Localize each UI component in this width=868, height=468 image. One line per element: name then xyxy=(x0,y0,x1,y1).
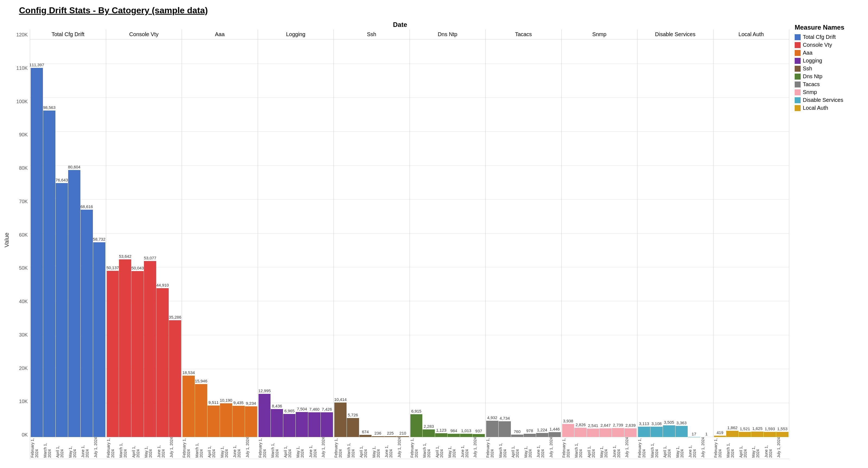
bar: 3,938 xyxy=(562,424,575,437)
bars-row: 4,9324,7347609781,2241,446 xyxy=(486,39,561,437)
bar: 2,647 xyxy=(599,428,612,437)
legend-label: Local Auth xyxy=(803,105,828,111)
bar: 4,734 xyxy=(499,421,511,437)
bar-wrapper: 210 xyxy=(397,39,409,437)
bar: 1,862 xyxy=(726,431,739,437)
x-label: April 1, 2024 xyxy=(131,437,144,459)
bar-value: 5,726 xyxy=(348,413,358,417)
bar-value: 3,113 xyxy=(639,421,649,426)
bar: 76,643 xyxy=(56,183,68,437)
x-label: March 1, 2024 xyxy=(498,437,511,459)
x-label: March 1, 2024 xyxy=(119,437,131,459)
bar-value: 4,932 xyxy=(487,415,498,420)
x-label: July 1, 2024 xyxy=(93,437,106,459)
bar: 1,224 xyxy=(536,433,548,437)
bar-value: 1,553 xyxy=(777,427,787,431)
x-label-group: February 1, 2024March 1, 2024April 1, 20… xyxy=(410,437,486,459)
bar: 7,460 xyxy=(308,412,320,437)
bar-value: 1,123 xyxy=(436,428,446,432)
y-axis: 0K10K20K30K40K50K60K70K80K90K100K110K120… xyxy=(11,30,30,459)
bar-value: 76,643 xyxy=(55,178,68,182)
bar-value: 58,732 xyxy=(93,237,105,242)
x-label: April 1, 2024 xyxy=(511,437,524,459)
bar-wrapper: 4,932 xyxy=(486,39,498,437)
bar: 7,426 xyxy=(321,412,333,437)
legend-label: Aaa xyxy=(803,50,813,56)
x-label: March 1, 2024 xyxy=(271,437,283,459)
bar-value: 1,593 xyxy=(765,427,775,431)
bar-wrapper: 10,190 xyxy=(220,39,232,437)
legend-item: Local Auth xyxy=(795,105,860,111)
bar-wrapper: 9,511 xyxy=(208,39,220,437)
bar: 2,739 xyxy=(612,428,624,437)
bar-value: 3,938 xyxy=(563,418,573,423)
y-axis-tick: 70K xyxy=(19,199,28,204)
bar-value: 3,363 xyxy=(676,420,687,425)
x-label-group: February 1, 2024March 1, 2024April 1, 20… xyxy=(30,437,106,459)
x-label: May 1, 2024 xyxy=(296,437,309,459)
x-label: June 1, 2024 xyxy=(536,437,549,459)
bars-and-grid: Total Cfg Drift111,39798,56376,64380,604… xyxy=(30,30,789,459)
x-label-group: February 1, 2024March 1, 2024April 1, 20… xyxy=(106,437,182,459)
bar: 1,446 xyxy=(549,432,561,437)
legend-title: Measure Names xyxy=(795,24,860,31)
x-label: May 1, 2024 xyxy=(599,437,612,459)
legend-item: Snmp xyxy=(795,89,860,95)
bar-wrapper: 2,541 xyxy=(587,39,599,437)
bar-value: 9,511 xyxy=(209,400,219,405)
legend-items: Total Cfg DriftConsole VtyAaaLoggingSshD… xyxy=(795,34,860,111)
x-label: June 1, 2024 xyxy=(612,437,625,459)
bar-value: 15,946 xyxy=(195,379,207,383)
x-label: April 1, 2024 xyxy=(587,437,600,459)
bar: 760 xyxy=(511,435,523,437)
legend-color-box xyxy=(795,58,801,64)
x-label: March 1, 2024 xyxy=(346,437,359,459)
legend-label: Dns Ntp xyxy=(803,73,823,80)
bars-row: 10,4145,726674236225210 xyxy=(334,39,409,437)
x-label-group: February 1, 2024March 1, 2024April 1, 20… xyxy=(638,437,713,459)
y-axis-tick: 90K xyxy=(19,132,28,137)
bar: 15,946 xyxy=(195,384,207,437)
x-label: April 1, 2024 xyxy=(663,437,676,459)
x-label: June 1, 2024 xyxy=(232,437,245,459)
bar-value: 760 xyxy=(514,429,521,434)
categories-container: Total Cfg Drift111,39798,56376,64380,604… xyxy=(30,30,789,437)
x-label: June 1, 2024 xyxy=(460,437,473,459)
bar-wrapper: 7,504 xyxy=(296,39,308,437)
plot-area: 0K10K20K30K40K50K60K70K80K90K100K110K120… xyxy=(11,30,789,459)
x-label: March 1, 2024 xyxy=(422,437,435,459)
x-label: May 1, 2024 xyxy=(68,437,81,459)
legend-color-box xyxy=(795,105,801,111)
category-group: Total Cfg Drift111,39798,56376,64380,604… xyxy=(30,30,106,437)
category-header: Total Cfg Drift xyxy=(30,30,106,39)
bar-wrapper: 80,604 xyxy=(68,39,81,437)
bar-value: 4,734 xyxy=(500,416,510,420)
legend-color-box xyxy=(795,73,801,80)
bar-value: 53,642 xyxy=(119,254,131,258)
bar-wrapper: 2,639 xyxy=(624,39,637,437)
legend-label: Console Vty xyxy=(803,42,832,48)
bar-value: 50,043 xyxy=(131,266,144,270)
bar: 978 xyxy=(524,434,536,437)
bar-wrapper: 10,414 xyxy=(334,39,346,437)
y-axis-tick: 40K xyxy=(19,299,28,304)
legend-color-box xyxy=(795,82,801,88)
x-label: July 1, 2024 xyxy=(245,437,258,459)
bar-value: 2,639 xyxy=(625,423,636,428)
y-axis-tick: 50K xyxy=(19,266,28,271)
bar-wrapper: 2,826 xyxy=(575,39,587,437)
bar: 3,363 xyxy=(676,426,688,437)
bar-value: 8,436 xyxy=(272,404,282,408)
bar-value: 9,234 xyxy=(246,401,256,406)
chart-container: Config Drift Stats - By Catogery (sample… xyxy=(0,0,868,468)
bar-wrapper: 2,283 xyxy=(423,39,435,437)
y-axis-label: Value xyxy=(3,21,11,459)
bar-wrapper: 9,234 xyxy=(245,39,257,437)
x-label: July 1, 2024 xyxy=(321,437,334,459)
bar-wrapper: 68,616 xyxy=(81,39,93,437)
x-label: July 1, 2024 xyxy=(397,437,410,459)
category-header: Disable Services xyxy=(638,30,713,39)
bar-wrapper: 3,113 xyxy=(638,39,650,437)
bar-value: 2,826 xyxy=(576,423,586,427)
y-axis-tick: 60K xyxy=(19,232,28,238)
